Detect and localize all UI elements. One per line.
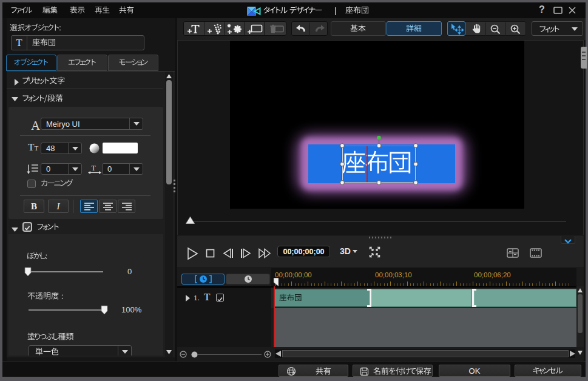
svg-text:T: T xyxy=(92,164,96,172)
